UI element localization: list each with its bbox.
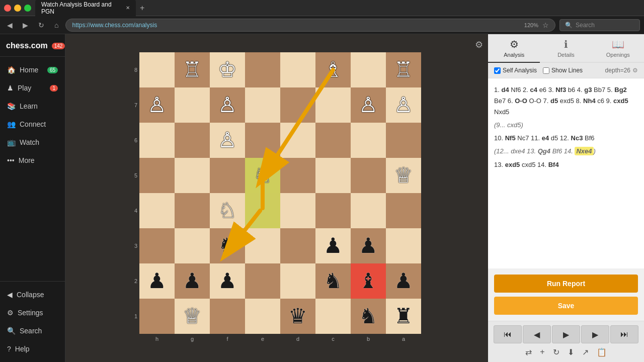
square-1-1[interactable] bbox=[175, 87, 210, 123]
tab-analysis[interactable]: ⚙ Analysis bbox=[488, 34, 540, 63]
square-2-2[interactable]: ♙ bbox=[210, 123, 245, 158]
square-5-2[interactable]: ♞ bbox=[210, 228, 245, 263]
square-1-4[interactable] bbox=[280, 87, 315, 123]
save-button[interactable]: Save bbox=[494, 297, 638, 315]
square-7-7[interactable]: ♜ bbox=[386, 299, 421, 334]
sidebar-item-watch[interactable]: 📺 Watch bbox=[0, 133, 65, 151]
sidebar-item-settings[interactable]: ⚙ Settings bbox=[0, 304, 65, 322]
run-report-button[interactable]: Run Report bbox=[494, 275, 638, 293]
browser-search-bar[interactable]: 🔍 Search bbox=[559, 19, 640, 31]
square-4-0[interactable] bbox=[139, 193, 175, 228]
square-5-1[interactable] bbox=[175, 228, 210, 263]
square-7-1[interactable]: ♕ bbox=[175, 299, 210, 334]
bookmark-icon[interactable]: ☆ bbox=[542, 21, 549, 29]
square-1-6[interactable]: ♙ bbox=[351, 87, 386, 123]
square-0-1[interactable]: ♖ bbox=[175, 52, 210, 87]
move-text-5[interactable]: 13. exd5 cxd5 14. Bf4 bbox=[494, 161, 559, 168]
square-4-4[interactable] bbox=[280, 193, 315, 228]
square-4-7[interactable] bbox=[386, 193, 421, 228]
square-4-2[interactable]: ♘ bbox=[210, 193, 245, 228]
square-2-3[interactable] bbox=[245, 123, 280, 158]
square-6-7[interactable]: ♟ bbox=[386, 263, 421, 299]
square-3-7[interactable]: ♕ bbox=[386, 158, 421, 193]
sidebar-item-play[interactable]: ♟ Play 1 bbox=[0, 79, 65, 97]
variation-2[interactable]: (12... dxe4 13. Qg4 Bf6 14. Nxe4) bbox=[494, 147, 596, 155]
square-4-6[interactable] bbox=[351, 193, 386, 228]
square-1-5[interactable] bbox=[315, 87, 351, 123]
square-0-2[interactable]: ♔ bbox=[210, 52, 245, 87]
show-lines-checkbox-label[interactable]: Show Lines bbox=[543, 67, 583, 74]
home-button[interactable]: ⌂ bbox=[51, 20, 61, 30]
square-3-1[interactable] bbox=[175, 158, 210, 193]
square-2-0[interactable] bbox=[139, 123, 175, 158]
square-1-3[interactable] bbox=[245, 87, 280, 123]
square-6-0[interactable]: ♟ bbox=[139, 263, 175, 299]
self-analysis-checkbox-label[interactable]: Self Analysis bbox=[494, 67, 537, 74]
sidebar-item-search[interactable]: 🔍 Search bbox=[0, 322, 65, 340]
square-5-4[interactable] bbox=[280, 228, 315, 263]
square-7-0[interactable] bbox=[139, 299, 175, 334]
square-5-6[interactable]: ♟ bbox=[351, 228, 386, 263]
sidebar-item-more[interactable]: ••• More bbox=[0, 151, 65, 169]
move-text-1[interactable]: 1. d4 Nf6 2. c4 e6 3. Nf3 b6 4. g3 Bb7 5… bbox=[494, 86, 628, 116]
nav-prev-button[interactable]: ◀ bbox=[523, 325, 551, 343]
square-2-1[interactable] bbox=[175, 123, 210, 158]
tab-close-button[interactable]: ✕ bbox=[126, 5, 130, 11]
square-5-0[interactable] bbox=[139, 228, 175, 263]
self-analysis-checkbox[interactable] bbox=[494, 67, 501, 74]
nav-next-button[interactable]: ▶ bbox=[581, 325, 609, 343]
board-settings-gear[interactable]: ⚙ bbox=[475, 39, 483, 50]
square-3-0[interactable] bbox=[139, 158, 175, 193]
square-2-4[interactable] bbox=[280, 123, 315, 158]
tab-openings[interactable]: 📖 Openings bbox=[592, 34, 644, 63]
close-window-button[interactable] bbox=[4, 5, 11, 12]
square-3-4[interactable] bbox=[280, 158, 315, 193]
add-move-button[interactable]: + bbox=[538, 346, 546, 358]
square-2-5[interactable] bbox=[315, 123, 351, 158]
square-0-7[interactable]: ♖ bbox=[386, 52, 421, 87]
square-0-4[interactable] bbox=[280, 52, 315, 87]
sidebar-item-connect[interactable]: 👥 Connect bbox=[0, 115, 65, 133]
square-7-6[interactable]: ♞ bbox=[351, 299, 386, 334]
minimize-window-button[interactable] bbox=[14, 5, 21, 12]
download-pgn-button[interactable]: ⬇ bbox=[566, 346, 576, 358]
square-0-5[interactable]: ♗ bbox=[315, 52, 351, 87]
active-tab[interactable]: Watch Analysis Board and PGN ✕ bbox=[35, 0, 136, 17]
square-5-5[interactable]: ♟ bbox=[315, 228, 351, 263]
square-4-1[interactable] bbox=[175, 193, 210, 228]
back-button[interactable]: ◀ bbox=[4, 20, 16, 30]
square-7-2[interactable] bbox=[210, 299, 245, 334]
sidebar-item-learn[interactable]: 📚 Learn bbox=[0, 97, 65, 115]
pgn-editor-button[interactable]: 📋 bbox=[595, 346, 609, 358]
square-2-6[interactable] bbox=[351, 123, 386, 158]
depth-settings-icon[interactable]: ⚙ bbox=[632, 67, 638, 74]
square-7-4[interactable]: ♛ bbox=[280, 299, 315, 334]
square-3-5[interactable] bbox=[315, 158, 351, 193]
square-2-7[interactable] bbox=[386, 123, 421, 158]
square-6-1[interactable]: ♟ bbox=[175, 263, 210, 299]
square-4-5[interactable] bbox=[315, 193, 351, 228]
refresh-analysis-button[interactable]: ↻ bbox=[551, 346, 561, 358]
share-button[interactable]: ↗ bbox=[580, 346, 591, 358]
refresh-button[interactable]: ↻ bbox=[35, 20, 47, 30]
square-5-3[interactable] bbox=[245, 228, 280, 263]
square-3-6[interactable] bbox=[351, 158, 386, 193]
new-tab-button[interactable]: + bbox=[138, 4, 146, 13]
square-6-4[interactable] bbox=[280, 263, 315, 299]
square-6-3[interactable] bbox=[245, 263, 280, 299]
square-1-0[interactable]: ♙ bbox=[139, 87, 175, 123]
move-text-3[interactable]: 10. Nf5 Nc7 11. e4 d5 12. Nc3 Bf6 bbox=[494, 134, 595, 142]
square-6-5[interactable]: ♞ bbox=[315, 263, 351, 299]
square-4-3[interactable] bbox=[245, 193, 280, 228]
square-0-6[interactable] bbox=[351, 52, 386, 87]
nav-play-button[interactable]: ▶ bbox=[552, 325, 580, 343]
square-0-3[interactable] bbox=[245, 52, 280, 87]
square-7-3[interactable] bbox=[245, 299, 280, 334]
url-bar[interactable]: https://www.chess.com/analysis 120% ☆ bbox=[65, 19, 555, 32]
square-0-0[interactable] bbox=[139, 52, 175, 87]
square-5-7[interactable] bbox=[386, 228, 421, 263]
square-1-2[interactable]: ♙ bbox=[210, 87, 245, 123]
chessboard[interactable]: ♖♔♗♖♙♙♙♙♙♘♕♘♞♟♟♟♟♟♞♝♟♕♛♞♜ bbox=[139, 52, 421, 334]
tab-details[interactable]: ℹ Details bbox=[540, 34, 592, 63]
forward-button[interactable]: ▶ bbox=[20, 20, 31, 30]
